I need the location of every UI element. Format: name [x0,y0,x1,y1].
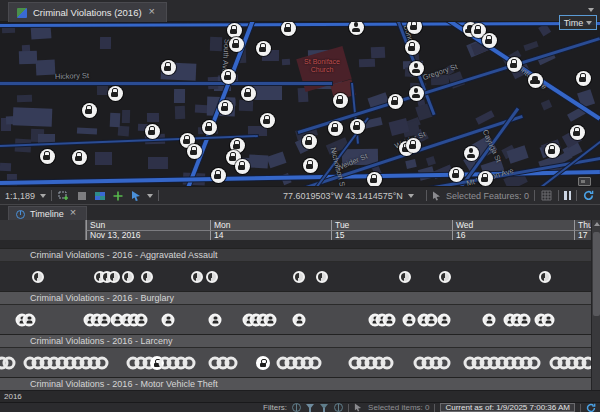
timeline-event[interactable] [403,313,416,326]
timeline-event[interactable] [162,313,175,326]
day-date-cell[interactable]: 16 [452,230,574,240]
navigate-pointer-icon[interactable] [129,189,142,202]
crime-marker-person[interactable] [409,61,424,76]
timeline-event[interactable] [309,356,322,369]
chevron-down-icon[interactable] [588,8,594,12]
crime-marker-bag[interactable] [545,143,560,158]
time-dropdown-button[interactable]: Time [559,15,597,30]
crime-marker-bag[interactable] [202,120,217,135]
crime-marker-bag[interactable] [235,159,250,174]
timeline-event[interactable] [98,313,111,326]
chevron-down-icon[interactable] [147,194,153,198]
track-header[interactable]: Criminal Violations - 2016 - Burglary [0,291,591,304]
crime-marker-bag[interactable] [145,124,160,139]
timeline-event[interactable] [539,271,551,283]
crime-marker-bag[interactable] [328,121,343,136]
track-header[interactable]: Criminal Violations - 2016 - Motor Vehic… [0,377,591,390]
crime-marker-bag[interactable] [406,138,421,153]
timeline-event[interactable] [32,271,44,283]
crime-marker-bag[interactable] [40,149,55,164]
timeline-event[interactable] [439,271,451,283]
coordinate-readout[interactable]: 77.6019503°W 43.1414575°N [283,187,414,204]
crime-marker-bag[interactable] [256,41,271,56]
timeline-event[interactable] [438,313,451,326]
timeline-vertical-scrollbar[interactable] [591,220,600,390]
scroll-up-icon[interactable] [594,222,600,226]
crime-marker-bag[interactable] [72,150,87,165]
crime-marker-bag[interactable] [405,40,420,55]
crime-marker-bag[interactable] [333,93,348,108]
crime-marker-car[interactable] [528,73,543,88]
crime-marker-person[interactable] [409,86,424,101]
timeline-event[interactable] [383,313,396,326]
overview-map-icon[interactable] [578,177,591,186]
extent-filter-icon[interactable] [334,403,343,412]
timeline-event-selected[interactable] [256,356,270,370]
crime-marker-bag[interactable] [82,103,97,118]
select-features-icon[interactable] [57,189,70,202]
day-date-cell[interactable]: 14 [210,230,331,240]
tab-criminal-violations[interactable]: Criminal Violations (2016) [8,2,167,22]
refresh-icon[interactable] [586,403,596,412]
track-header[interactable]: Criminal Violations - 2016 - Larceny [0,334,591,347]
map-view[interactable]: Hickory StSouth AveBond StGregory StS Cl… [0,22,600,186]
track-header[interactable]: Criminal Violations - 2016 - Aggravated … [0,248,591,261]
crime-marker-bag[interactable] [478,171,493,186]
timeline-event[interactable] [381,356,394,369]
day-name-cell[interactable]: Mon [210,220,331,230]
map-filter-icon[interactable] [306,403,315,412]
crime-marker-bag[interactable] [260,113,275,128]
refresh-icon[interactable] [582,189,595,202]
timeline-event[interactable] [209,313,222,326]
timeline-event[interactable] [528,356,541,369]
day-name-cell[interactable]: Tue [331,220,452,230]
close-icon[interactable] [148,8,158,18]
day-name-cell[interactable]: Thu [574,220,591,230]
tab-timeline[interactable]: Timeline [8,206,87,221]
attribute-filter-icon[interactable] [320,403,329,412]
crime-marker-bag[interactable] [227,23,242,38]
crime-marker-bag[interactable] [229,37,244,52]
timeline-event[interactable] [183,356,196,369]
layers-grid-icon[interactable] [93,189,106,202]
crime-marker-bag[interactable] [449,167,464,182]
crime-marker-bag[interactable] [303,158,318,173]
crime-marker-bag[interactable] [576,71,591,86]
crime-marker-bag[interactable] [507,57,522,72]
add-point-icon[interactable] [111,189,124,202]
timeline-event[interactable] [293,271,305,283]
day-name-cell[interactable]: Wed [452,220,574,230]
crime-marker-bag[interactable] [388,94,403,109]
timeline-event[interactable] [141,271,153,283]
crime-marker-bag[interactable] [350,119,365,134]
timeline-event[interactable] [135,313,148,326]
crime-marker-bag[interactable] [187,144,202,159]
time-filter-icon[interactable] [292,403,301,412]
timeline-event[interactable] [225,356,238,369]
crime-marker-person[interactable] [349,22,364,35]
day-date-cell[interactable]: 17 [574,230,591,240]
crime-marker-bag[interactable] [302,134,317,149]
crime-marker-bag[interactable] [482,33,497,48]
scrollbar-thumb[interactable] [593,232,600,316]
timeline-event[interactable] [399,271,411,283]
crime-marker-person[interactable] [464,146,479,161]
attribute-table-icon[interactable] [540,189,553,202]
swatch-icon[interactable] [75,189,88,202]
crime-marker-bag[interactable] [281,22,296,36]
timeline-event[interactable] [122,271,134,283]
crime-marker-bag[interactable] [211,168,226,183]
day-date-cell[interactable]: 15 [331,230,452,240]
close-icon[interactable] [69,209,79,219]
timeline-event[interactable] [438,356,451,369]
timeline-event[interactable] [3,356,16,369]
timeline-event[interactable] [425,313,438,326]
crime-marker-bag[interactable] [108,86,123,101]
timeline-event[interactable] [316,271,328,283]
crime-marker-bag[interactable] [161,60,176,75]
timeline-event[interactable] [96,356,109,369]
crime-marker-bag[interactable] [570,125,585,140]
timeline-overview-strip[interactable]: 2016 [0,390,600,402]
timeline-event[interactable] [206,271,218,283]
map-scale-value[interactable]: 1:1,189 [5,191,35,201]
